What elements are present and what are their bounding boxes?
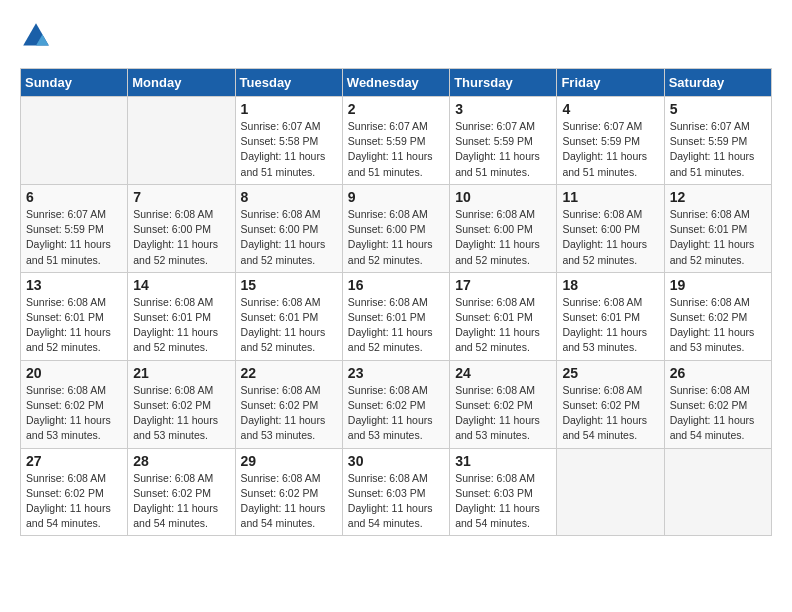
- calendar-week-4: 20Sunrise: 6:08 AM Sunset: 6:02 PM Dayli…: [21, 360, 772, 448]
- day-info: Sunrise: 6:07 AM Sunset: 5:59 PM Dayligh…: [670, 119, 766, 180]
- day-info: Sunrise: 6:08 AM Sunset: 6:02 PM Dayligh…: [241, 471, 337, 532]
- day-info: Sunrise: 6:08 AM Sunset: 6:01 PM Dayligh…: [670, 207, 766, 268]
- calendar-cell: [21, 97, 128, 185]
- calendar-cell: 13Sunrise: 6:08 AM Sunset: 6:01 PM Dayli…: [21, 272, 128, 360]
- day-info: Sunrise: 6:07 AM Sunset: 5:59 PM Dayligh…: [348, 119, 444, 180]
- calendar-cell: 4Sunrise: 6:07 AM Sunset: 5:59 PM Daylig…: [557, 97, 664, 185]
- calendar-cell: 8Sunrise: 6:08 AM Sunset: 6:00 PM Daylig…: [235, 184, 342, 272]
- calendar-cell: 6Sunrise: 6:07 AM Sunset: 5:59 PM Daylig…: [21, 184, 128, 272]
- day-number: 7: [133, 189, 229, 205]
- day-info: Sunrise: 6:07 AM Sunset: 5:59 PM Dayligh…: [455, 119, 551, 180]
- day-number: 24: [455, 365, 551, 381]
- day-header-sunday: Sunday: [21, 69, 128, 97]
- day-info: Sunrise: 6:08 AM Sunset: 6:02 PM Dayligh…: [670, 295, 766, 356]
- calendar-cell: [664, 448, 771, 536]
- day-info: Sunrise: 6:08 AM Sunset: 6:00 PM Dayligh…: [455, 207, 551, 268]
- day-number: 8: [241, 189, 337, 205]
- day-info: Sunrise: 6:08 AM Sunset: 6:02 PM Dayligh…: [348, 383, 444, 444]
- calendar-week-2: 6Sunrise: 6:07 AM Sunset: 5:59 PM Daylig…: [21, 184, 772, 272]
- day-info: Sunrise: 6:08 AM Sunset: 6:03 PM Dayligh…: [455, 471, 551, 532]
- day-number: 31: [455, 453, 551, 469]
- calendar-cell: 16Sunrise: 6:08 AM Sunset: 6:01 PM Dayli…: [342, 272, 449, 360]
- calendar-cell: 27Sunrise: 6:08 AM Sunset: 6:02 PM Dayli…: [21, 448, 128, 536]
- calendar-cell: [557, 448, 664, 536]
- calendar-body: 1Sunrise: 6:07 AM Sunset: 5:58 PM Daylig…: [21, 97, 772, 536]
- calendar-cell: 30Sunrise: 6:08 AM Sunset: 6:03 PM Dayli…: [342, 448, 449, 536]
- day-number: 9: [348, 189, 444, 205]
- day-info: Sunrise: 6:08 AM Sunset: 6:01 PM Dayligh…: [455, 295, 551, 356]
- day-number: 15: [241, 277, 337, 293]
- calendar-cell: 12Sunrise: 6:08 AM Sunset: 6:01 PM Dayli…: [664, 184, 771, 272]
- day-info: Sunrise: 6:08 AM Sunset: 6:00 PM Dayligh…: [562, 207, 658, 268]
- day-number: 21: [133, 365, 229, 381]
- calendar-cell: 5Sunrise: 6:07 AM Sunset: 5:59 PM Daylig…: [664, 97, 771, 185]
- day-number: 6: [26, 189, 122, 205]
- day-header-monday: Monday: [128, 69, 235, 97]
- calendar-cell: 2Sunrise: 6:07 AM Sunset: 5:59 PM Daylig…: [342, 97, 449, 185]
- calendar-cell: 1Sunrise: 6:07 AM Sunset: 5:58 PM Daylig…: [235, 97, 342, 185]
- calendar-cell: 15Sunrise: 6:08 AM Sunset: 6:01 PM Dayli…: [235, 272, 342, 360]
- calendar-cell: 31Sunrise: 6:08 AM Sunset: 6:03 PM Dayli…: [450, 448, 557, 536]
- page-header: [20, 20, 772, 52]
- day-info: Sunrise: 6:07 AM Sunset: 5:59 PM Dayligh…: [26, 207, 122, 268]
- calendar-cell: 25Sunrise: 6:08 AM Sunset: 6:02 PM Dayli…: [557, 360, 664, 448]
- day-header-saturday: Saturday: [664, 69, 771, 97]
- calendar-cell: 3Sunrise: 6:07 AM Sunset: 5:59 PM Daylig…: [450, 97, 557, 185]
- calendar-cell: 20Sunrise: 6:08 AM Sunset: 6:02 PM Dayli…: [21, 360, 128, 448]
- day-number: 12: [670, 189, 766, 205]
- day-number: 30: [348, 453, 444, 469]
- calendar-cell: 28Sunrise: 6:08 AM Sunset: 6:02 PM Dayli…: [128, 448, 235, 536]
- day-number: 13: [26, 277, 122, 293]
- calendar-cell: [128, 97, 235, 185]
- day-info: Sunrise: 6:08 AM Sunset: 6:01 PM Dayligh…: [348, 295, 444, 356]
- day-number: 19: [670, 277, 766, 293]
- day-header-wednesday: Wednesday: [342, 69, 449, 97]
- calendar-cell: 24Sunrise: 6:08 AM Sunset: 6:02 PM Dayli…: [450, 360, 557, 448]
- calendar-cell: 22Sunrise: 6:08 AM Sunset: 6:02 PM Dayli…: [235, 360, 342, 448]
- day-header-thursday: Thursday: [450, 69, 557, 97]
- day-header-friday: Friday: [557, 69, 664, 97]
- calendar-header: SundayMondayTuesdayWednesdayThursdayFrid…: [21, 69, 772, 97]
- calendar-cell: 9Sunrise: 6:08 AM Sunset: 6:00 PM Daylig…: [342, 184, 449, 272]
- day-info: Sunrise: 6:08 AM Sunset: 6:02 PM Dayligh…: [26, 383, 122, 444]
- day-info: Sunrise: 6:08 AM Sunset: 6:01 PM Dayligh…: [241, 295, 337, 356]
- day-number: 3: [455, 101, 551, 117]
- day-number: 18: [562, 277, 658, 293]
- day-number: 28: [133, 453, 229, 469]
- day-info: Sunrise: 6:08 AM Sunset: 6:02 PM Dayligh…: [455, 383, 551, 444]
- day-number: 4: [562, 101, 658, 117]
- day-info: Sunrise: 6:08 AM Sunset: 6:02 PM Dayligh…: [562, 383, 658, 444]
- day-number: 27: [26, 453, 122, 469]
- day-info: Sunrise: 6:07 AM Sunset: 5:58 PM Dayligh…: [241, 119, 337, 180]
- calendar-cell: 10Sunrise: 6:08 AM Sunset: 6:00 PM Dayli…: [450, 184, 557, 272]
- logo-icon: [20, 20, 52, 52]
- calendar-week-1: 1Sunrise: 6:07 AM Sunset: 5:58 PM Daylig…: [21, 97, 772, 185]
- day-number: 5: [670, 101, 766, 117]
- calendar-cell: 23Sunrise: 6:08 AM Sunset: 6:02 PM Dayli…: [342, 360, 449, 448]
- day-info: Sunrise: 6:08 AM Sunset: 6:01 PM Dayligh…: [562, 295, 658, 356]
- calendar-week-5: 27Sunrise: 6:08 AM Sunset: 6:02 PM Dayli…: [21, 448, 772, 536]
- calendar-table: SundayMondayTuesdayWednesdayThursdayFrid…: [20, 68, 772, 536]
- day-number: 29: [241, 453, 337, 469]
- day-info: Sunrise: 6:08 AM Sunset: 6:02 PM Dayligh…: [670, 383, 766, 444]
- day-info: Sunrise: 6:08 AM Sunset: 6:02 PM Dayligh…: [133, 471, 229, 532]
- calendar-cell: 7Sunrise: 6:08 AM Sunset: 6:00 PM Daylig…: [128, 184, 235, 272]
- calendar-cell: 19Sunrise: 6:08 AM Sunset: 6:02 PM Dayli…: [664, 272, 771, 360]
- day-info: Sunrise: 6:08 AM Sunset: 6:02 PM Dayligh…: [133, 383, 229, 444]
- day-number: 11: [562, 189, 658, 205]
- day-number: 16: [348, 277, 444, 293]
- day-info: Sunrise: 6:08 AM Sunset: 6:00 PM Dayligh…: [348, 207, 444, 268]
- day-info: Sunrise: 6:07 AM Sunset: 5:59 PM Dayligh…: [562, 119, 658, 180]
- day-info: Sunrise: 6:08 AM Sunset: 6:00 PM Dayligh…: [241, 207, 337, 268]
- calendar-cell: 18Sunrise: 6:08 AM Sunset: 6:01 PM Dayli…: [557, 272, 664, 360]
- calendar-cell: 11Sunrise: 6:08 AM Sunset: 6:00 PM Dayli…: [557, 184, 664, 272]
- calendar-cell: 26Sunrise: 6:08 AM Sunset: 6:02 PM Dayli…: [664, 360, 771, 448]
- calendar-cell: 21Sunrise: 6:08 AM Sunset: 6:02 PM Dayli…: [128, 360, 235, 448]
- day-info: Sunrise: 6:08 AM Sunset: 6:01 PM Dayligh…: [133, 295, 229, 356]
- day-info: Sunrise: 6:08 AM Sunset: 6:03 PM Dayligh…: [348, 471, 444, 532]
- day-number: 14: [133, 277, 229, 293]
- calendar-cell: 14Sunrise: 6:08 AM Sunset: 6:01 PM Dayli…: [128, 272, 235, 360]
- logo: [20, 20, 54, 52]
- day-number: 10: [455, 189, 551, 205]
- day-number: 1: [241, 101, 337, 117]
